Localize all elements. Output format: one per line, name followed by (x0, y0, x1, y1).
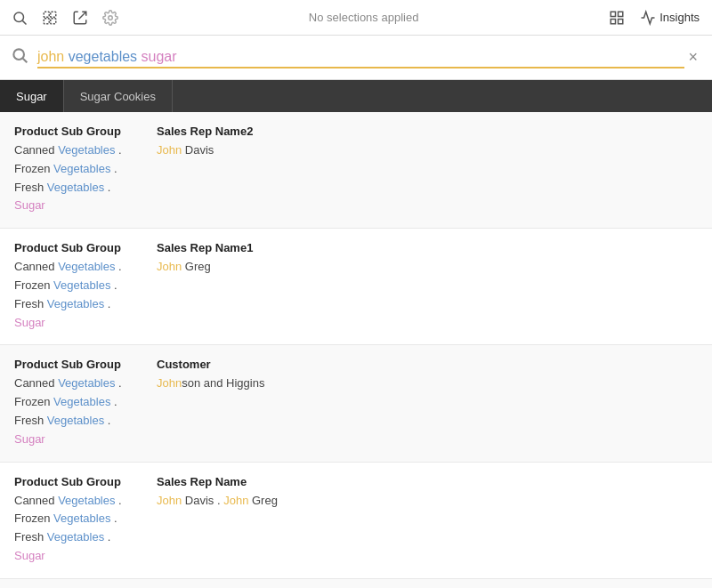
svg-rect-10 (619, 19, 623, 23)
selection-mode-icon[interactable] (604, 5, 629, 30)
right-field-values: John Davis (157, 141, 698, 160)
result-row: Product Sub Group Canned Vegetables .Fro… (0, 345, 712, 462)
right-field-values: John Greg (157, 258, 698, 277)
left-field-label: Product Sub Group (14, 125, 146, 138)
left-field-label: Product Sub Group (14, 241, 146, 254)
left-field-label: Product Sub Group (14, 475, 146, 488)
svg-point-7 (109, 15, 113, 20)
right-field-label: Sales Rep Name (157, 475, 698, 488)
result-row: Product Sub Group Canned Vegetables .Fro… (0, 579, 712, 588)
clear-search-button[interactable]: × (684, 44, 701, 70)
results-list: Product Sub Group Canned Vegetables .Fro… (0, 112, 712, 588)
search-bar: john vegetables sugar × (0, 36, 712, 80)
search-term-sugar: sugar (142, 49, 177, 64)
toolbar: No selections applied Insights (0, 0, 712, 36)
result-left-col: Product Sub Group Canned Vegetables .Fro… (14, 125, 157, 215)
settings-icon[interactable] (98, 5, 123, 30)
svg-line-1 (22, 20, 26, 24)
right-field-values: Johnson and Higgins (157, 375, 698, 393)
result-right-col: Sales Rep Name2 John Davis (157, 125, 698, 160)
search-input-display[interactable]: john vegetables sugar (37, 49, 684, 67)
svg-rect-8 (611, 12, 615, 16)
svg-rect-11 (611, 19, 615, 23)
tab-sugar-cookies[interactable]: Sugar Cookies (64, 80, 173, 112)
right-field-label: Sales Rep Name2 (157, 125, 698, 138)
result-right-col: Sales Rep Name1 John Greg (157, 241, 698, 277)
search-magnifier-icon (11, 46, 28, 68)
selection-icon[interactable] (37, 5, 62, 30)
svg-line-6 (79, 12, 86, 19)
left-field-values: Canned Vegetables .Frozen Vegetables .Fr… (14, 375, 146, 448)
result-row: Product Sub Group Canned Vegetables .Fro… (0, 463, 712, 579)
left-field-values: Canned Vegetables .Frozen Vegetables .Fr… (14, 258, 146, 332)
right-field-label: Sales Rep Name1 (157, 241, 698, 254)
right-field-label: Customer (157, 358, 698, 371)
svg-point-12 (13, 49, 24, 60)
result-row: Product Sub Group Canned Vegetables .Fro… (0, 229, 712, 345)
insights-label: Insights (659, 11, 700, 24)
svg-rect-2 (44, 12, 49, 17)
result-left-col: Product Sub Group Canned Vegetables .Fro… (14, 241, 157, 332)
search-term-vegetables: vegetables (69, 49, 137, 64)
result-left-col: Product Sub Group Canned Vegetables .Fro… (14, 358, 157, 448)
svg-rect-3 (51, 12, 56, 17)
svg-rect-4 (44, 18, 49, 23)
result-left-col: Product Sub Group Canned Vegetables .Fro… (14, 475, 157, 566)
tab-sugar[interactable]: Sugar (0, 80, 64, 112)
export-icon[interactable] (68, 5, 93, 30)
search-icon[interactable] (7, 5, 32, 30)
result-right-col: Sales Rep Name John Davis . John Greg (157, 475, 698, 511)
result-row: Product Sub Group Canned Vegetables .Fro… (0, 112, 712, 229)
left-field-values: Canned Vegetables .Frozen Vegetables .Fr… (14, 141, 146, 215)
right-field-values: John Davis . John Greg (157, 492, 698, 511)
insights-button[interactable]: Insights (635, 6, 705, 29)
left-field-label: Product Sub Group (14, 358, 146, 371)
svg-rect-9 (619, 12, 623, 16)
result-right-col: Customer Johnson and Higgins (157, 358, 698, 393)
toolbar-status: No selections applied (128, 11, 599, 24)
svg-line-13 (23, 59, 28, 63)
svg-point-0 (14, 12, 24, 22)
left-field-values: Canned Vegetables .Frozen Vegetables .Fr… (14, 492, 146, 566)
toolbar-right: Insights (604, 5, 705, 30)
svg-rect-5 (51, 18, 56, 23)
tabs-bar: Sugar Sugar Cookies (0, 80, 712, 112)
search-term-john: john (37, 49, 64, 64)
